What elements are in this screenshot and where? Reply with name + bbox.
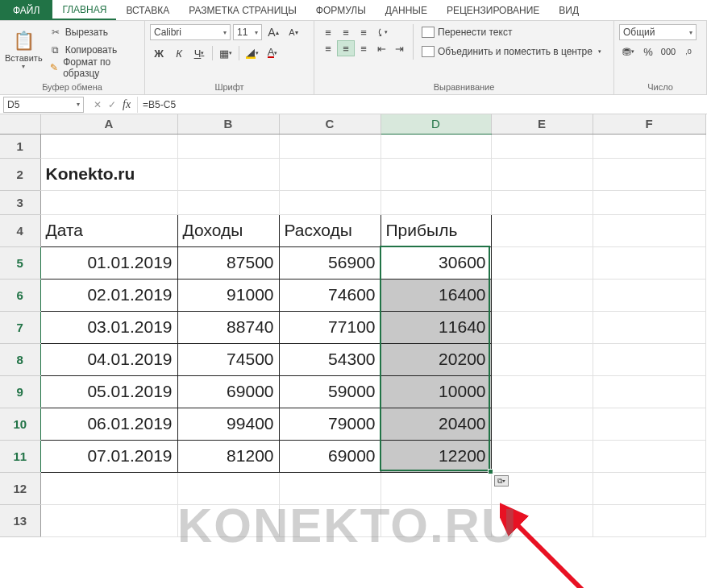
merge-center-button[interactable]: Объединить и поместить в центре▾ [418, 43, 605, 60]
cell-A4[interactable]: Дата [40, 214, 177, 246]
increase-decimal-button[interactable]: ,0 [680, 43, 697, 60]
cell-C4[interactable]: Расходы [279, 214, 381, 246]
cell-E2[interactable] [491, 158, 593, 190]
cell-B2[interactable] [177, 158, 279, 190]
align-bottom-button[interactable]: ≡ [355, 24, 372, 40]
align-right-button[interactable]: ≡ [355, 40, 372, 56]
cell-F10[interactable] [593, 408, 705, 440]
cell-D5[interactable]: 30600 [381, 246, 491, 279]
align-middle-button[interactable]: ≡ [337, 24, 355, 40]
cell-E11[interactable] [491, 440, 593, 472]
tab-file[interactable]: ФАЙЛ [0, 0, 52, 20]
row-header-12[interactable]: 12 [0, 472, 40, 504]
cell-C7[interactable]: 77100 [279, 311, 381, 343]
fill-color-button[interactable]: ◢▾ [243, 45, 261, 61]
align-left-button[interactable]: ≡ [319, 40, 337, 56]
cell-B4[interactable]: Доходы [177, 214, 279, 246]
currency-button[interactable]: ⛃▾ [619, 43, 637, 60]
cell-E6[interactable] [491, 279, 593, 311]
cell-B3[interactable] [177, 190, 279, 214]
increase-font-button[interactable]: A▴ [264, 24, 282, 40]
increase-indent-button[interactable]: ⇥ [390, 40, 408, 56]
cell-F3[interactable] [593, 190, 705, 214]
cell-F9[interactable] [593, 375, 705, 408]
cell-C2[interactable] [279, 158, 381, 190]
cell-D7[interactable]: 11640 [381, 311, 491, 343]
cell-A12[interactable] [40, 472, 177, 504]
tab-view[interactable]: ВИД [549, 0, 588, 20]
cell-B11[interactable]: 81200 [177, 440, 279, 472]
row-header-9[interactable]: 9 [0, 375, 40, 408]
col-header-C[interactable]: C [279, 114, 381, 134]
cell-D10[interactable]: 20400 [381, 408, 491, 440]
cell-F7[interactable] [593, 311, 705, 343]
cell-C1[interactable] [279, 134, 381, 158]
tab-insert[interactable]: ВСТАВКА [116, 0, 179, 20]
cell-C8[interactable]: 54300 [279, 343, 381, 375]
row-header-11[interactable]: 11 [0, 440, 40, 472]
cell-A8[interactable]: 04.01.2019 [40, 343, 177, 375]
cell-F1[interactable] [593, 134, 705, 158]
col-header-E[interactable]: E [491, 114, 593, 134]
cell-B7[interactable]: 88740 [177, 311, 279, 343]
cell-C6[interactable]: 74600 [279, 279, 381, 311]
fx-icon[interactable]: fx [123, 98, 131, 111]
select-all-corner[interactable] [0, 114, 40, 134]
cell-C5[interactable]: 56900 [279, 246, 381, 279]
cut-button[interactable]: ✂Вырезать [46, 24, 139, 40]
cell-E8[interactable] [491, 343, 593, 375]
row-header-13[interactable]: 13 [0, 504, 40, 536]
cell-F11[interactable] [593, 440, 705, 472]
cell-B6[interactable]: 91000 [177, 279, 279, 311]
wrap-text-button[interactable]: Перенести текст [418, 24, 605, 40]
row-header-2[interactable]: 2 [0, 158, 40, 190]
cell-F2[interactable] [593, 158, 705, 190]
cell-D3[interactable] [381, 190, 491, 214]
font-size-select[interactable]: 11▾ [233, 24, 262, 40]
cell-A6[interactable]: 02.01.2019 [40, 279, 177, 311]
cell-C11[interactable]: 69000 [279, 440, 381, 472]
tab-home[interactable]: ГЛАВНАЯ [52, 0, 116, 20]
number-format-select[interactable]: Общий▾ [619, 24, 697, 40]
italic-button[interactable]: К [170, 45, 188, 61]
cell-E13[interactable] [491, 504, 593, 536]
col-header-B[interactable]: B [177, 114, 279, 134]
tab-page-layout[interactable]: РАЗМЕТКА СТРАНИЦЫ [179, 0, 306, 20]
row-header-4[interactable]: 4 [0, 214, 40, 246]
align-center-button[interactable]: ≡ [337, 40, 355, 56]
font-color-button[interactable]: A▾ [264, 45, 281, 61]
row-header-7[interactable]: 7 [0, 311, 40, 343]
cell-B10[interactable]: 99400 [177, 408, 279, 440]
borders-button[interactable]: ▦▾ [217, 45, 235, 61]
percent-button[interactable]: % [639, 43, 657, 60]
cell-D12[interactable] [381, 472, 491, 504]
decrease-font-button[interactable]: A▾ [285, 24, 302, 40]
col-header-A[interactable]: A [40, 114, 177, 134]
font-name-select[interactable]: Calibri▾ [150, 24, 231, 40]
tab-formulas[interactable]: ФОРМУЛЫ [306, 0, 376, 20]
cell-A2[interactable]: Konekto.ru [40, 158, 177, 190]
formula-input[interactable]: =B5-C5 [137, 97, 707, 113]
cell-F4[interactable] [593, 214, 705, 246]
cell-A9[interactable]: 05.01.2019 [40, 375, 177, 408]
decrease-indent-button[interactable]: ⇤ [372, 40, 390, 56]
autofill-options-button[interactable]: ⧉▾ [494, 475, 509, 487]
cell-D4[interactable]: Прибыль [381, 214, 491, 246]
cell-B12[interactable] [177, 472, 279, 504]
fill-handle[interactable] [488, 469, 493, 474]
thousands-button[interactable]: 000 [659, 43, 677, 60]
orientation-button[interactable]: ⤹▾ [372, 24, 390, 40]
cell-F8[interactable] [593, 343, 705, 375]
row-header-5[interactable]: 5 [0, 246, 40, 279]
accept-formula-icon[interactable]: ✓ [108, 99, 116, 110]
row-header-10[interactable]: 10 [0, 408, 40, 440]
cell-C10[interactable]: 79000 [279, 408, 381, 440]
name-box[interactable]: D5▾ [3, 97, 84, 113]
cell-E7[interactable] [491, 311, 593, 343]
cell-C3[interactable] [279, 190, 381, 214]
cell-B8[interactable]: 74500 [177, 343, 279, 375]
cell-A11[interactable]: 07.01.2019 [40, 440, 177, 472]
col-header-F[interactable]: F [593, 114, 705, 134]
cell-A5[interactable]: 01.01.2019 [40, 246, 177, 279]
cell-A7[interactable]: 03.01.2019 [40, 311, 177, 343]
